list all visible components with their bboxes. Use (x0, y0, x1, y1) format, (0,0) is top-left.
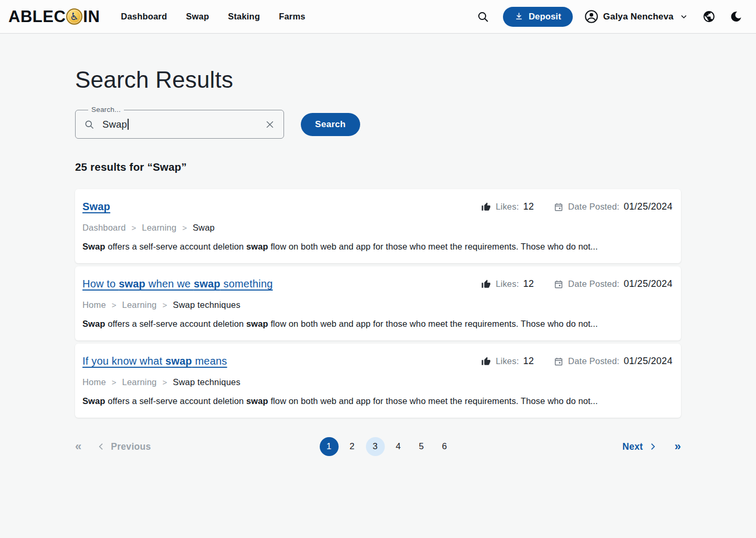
likes-group: Likes: 12 (481, 356, 534, 367)
result-title-link[interactable]: If you know what swap means (82, 355, 227, 367)
likes-group: Likes: 12 (481, 201, 534, 212)
likes-label: Likes: (496, 356, 519, 366)
search-button[interactable]: Search (301, 113, 360, 136)
result-meta: Likes: 12 Date Posted: 01/25/2024 (481, 278, 673, 289)
date-posted-label: Date Posted: (568, 356, 620, 366)
page-button-5[interactable]: 5 (412, 437, 431, 456)
breadcrumb-item: Swap (193, 223, 215, 233)
result-snippet: Swap offers a self-serve account deletio… (82, 242, 673, 252)
pagination-previous-button[interactable]: Previous (97, 441, 151, 452)
breadcrumb-item: Swap techniques (173, 300, 240, 310)
chevron-right-icon (648, 442, 657, 451)
page-button-2[interactable]: 2 (343, 437, 362, 456)
breadcrumb: Dashboard>Learning>Swap (82, 223, 673, 233)
calendar-icon (554, 280, 563, 289)
breadcrumb-item: Home (82, 377, 106, 387)
pagination-pages: 1 2 3 4 5 6 (320, 437, 454, 456)
search-icon (84, 119, 94, 130)
likes-group: Likes: 12 (481, 278, 534, 289)
result-title-link[interactable]: Swap (82, 201, 110, 213)
breadcrumb-item: Learning (142, 223, 176, 233)
date-group: Date Posted: 01/25/2024 (554, 356, 673, 367)
app-header: ABLEC ♿ IN Dashboard Swap Staking Farms … (0, 0, 756, 34)
page-button-4[interactable]: 4 (389, 437, 408, 456)
globe-icon[interactable] (702, 10, 716, 23)
breadcrumb-separator: > (112, 378, 117, 387)
result-title-link[interactable]: How to swap when we swap something (82, 278, 273, 290)
breadcrumb-separator: > (162, 301, 167, 309)
nav-item-swap[interactable]: Swap (186, 12, 209, 22)
date-posted-value: 01/25/2024 (624, 278, 673, 289)
likes-value: 12 (523, 356, 534, 367)
breadcrumb-item: Swap techniques (173, 377, 240, 387)
page-button-6[interactable]: 6 (435, 437, 454, 456)
result-snippet: Swap offers a self-serve account deletio… (82, 319, 673, 329)
calendar-icon (554, 357, 563, 366)
date-posted-value: 01/25/2024 (624, 201, 673, 212)
result-card: Swap Likes: 12 Date Posted: 01/25/2024 D… (75, 189, 681, 263)
result-card: How to swap when we swap something Likes… (75, 266, 681, 340)
likes-label: Likes: (496, 202, 519, 212)
thumbs-up-icon (481, 279, 491, 289)
dark-mode-moon-icon[interactable] (729, 10, 742, 23)
result-card: If you know what swap means Likes: 12 Da… (75, 344, 681, 418)
search-input-value: Swap (102, 119, 127, 130)
header-search-icon[interactable] (477, 11, 489, 23)
nav-item-dashboard[interactable]: Dashboard (121, 12, 167, 22)
likes-value: 12 (523, 201, 534, 212)
page-title: Search Results (75, 66, 681, 94)
deposit-button[interactable]: Deposit (503, 7, 573, 27)
user-name: Galya Nencheva (603, 12, 674, 22)
breadcrumb-separator: > (112, 301, 117, 309)
chevron-down-icon (680, 13, 688, 20)
breadcrumb-item: Home (82, 300, 106, 310)
brand-logo[interactable]: ABLEC ♿ IN (8, 7, 100, 26)
breadcrumb: Home>Learning>Swap techniques (82, 300, 673, 310)
pagination-next-button[interactable]: Next (623, 441, 657, 452)
clear-search-icon[interactable] (265, 119, 275, 130)
download-icon (514, 12, 523, 21)
thumbs-up-icon (481, 202, 491, 212)
date-posted-value: 01/25/2024 (624, 356, 673, 367)
breadcrumb-item: Learning (122, 377, 157, 387)
thumbs-up-icon (481, 356, 491, 366)
date-group: Date Posted: 01/25/2024 (554, 278, 673, 289)
breadcrumb-separator: > (162, 378, 167, 387)
likes-label: Likes: (496, 279, 519, 289)
avatar-icon (584, 9, 598, 24)
breadcrumb-item: Dashboard (82, 223, 126, 233)
text-cursor (128, 119, 129, 130)
result-meta: Likes: 12 Date Posted: 01/25/2024 (481, 201, 673, 212)
pagination-last-icon[interactable]: » (675, 440, 681, 453)
date-group: Date Posted: 01/25/2024 (554, 201, 673, 212)
user-menu[interactable]: Galya Nencheva (584, 9, 688, 24)
coin-icon: ♿ (66, 8, 82, 25)
pagination-first-icon[interactable]: « (75, 440, 81, 453)
results-list: Swap Likes: 12 Date Posted: 01/25/2024 D… (75, 189, 681, 418)
brand-text-prefix: ABLEC (8, 7, 66, 26)
search-input[interactable]: Search... Swap (75, 110, 284, 139)
breadcrumb-separator: > (132, 223, 136, 232)
result-meta: Likes: 12 Date Posted: 01/25/2024 (481, 356, 673, 367)
header-actions: Deposit Galya Nencheva (477, 7, 742, 27)
results-count: 25 results for “Swap” (75, 161, 681, 173)
result-snippet: Swap offers a self-serve account deletio… (82, 396, 673, 406)
pagination: « Previous 1 2 3 4 5 6 Next » (75, 436, 681, 457)
page-button-3[interactable]: 3 (366, 437, 385, 456)
page-button-1[interactable]: 1 (320, 437, 339, 456)
brand-text-suffix: IN (83, 7, 100, 26)
main-nav: Dashboard Swap Staking Farms (121, 12, 305, 22)
breadcrumb: Home>Learning>Swap techniques (82, 377, 673, 387)
likes-value: 12 (523, 278, 534, 289)
breadcrumb-item: Learning (122, 300, 157, 310)
breadcrumb-separator: > (182, 223, 187, 232)
search-input-label: Search... (88, 106, 124, 113)
chevron-left-icon (97, 442, 106, 451)
main-content: Search Results Search... Swap Search 25 … (75, 66, 681, 457)
search-row: Search... Swap Search (75, 110, 681, 139)
nav-item-farms[interactable]: Farms (279, 12, 306, 22)
date-posted-label: Date Posted: (568, 279, 620, 289)
nav-item-staking[interactable]: Staking (228, 12, 260, 22)
date-posted-label: Date Posted: (568, 202, 620, 212)
calendar-icon (554, 202, 563, 212)
